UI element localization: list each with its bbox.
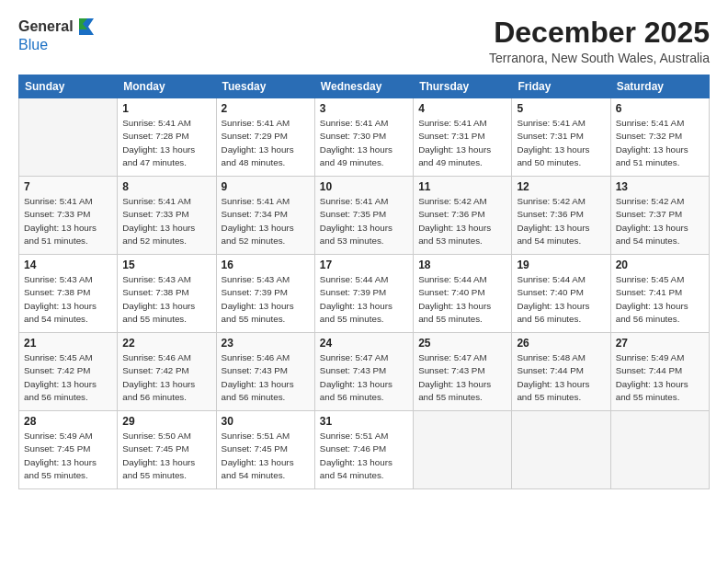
daylight-line2: and 48 minutes. [222, 156, 310, 169]
daylight-line2: and 50 minutes. [517, 156, 605, 169]
day-info: Sunrise: 5:41 AMSunset: 7:33 PMDaylight:… [122, 195, 210, 247]
sunrise-text: Sunrise: 5:45 AM [24, 351, 112, 364]
sunset-text: Sunset: 7:45 PM [222, 442, 310, 455]
sunrise-text: Sunrise: 5:43 AM [24, 273, 112, 286]
day-info: Sunrise: 5:45 AMSunset: 7:42 PMDaylight:… [24, 351, 112, 404]
day-number: 7 [24, 180, 112, 193]
daylight-line2: and 56 minutes. [222, 391, 310, 404]
daylight-line2: and 56 minutes. [616, 313, 704, 326]
day-number: 4 [418, 102, 506, 115]
daylight-line1: Daylight: 13 hours [222, 456, 310, 469]
sunrise-text: Sunrise: 5:44 AM [320, 273, 408, 286]
day-info: Sunrise: 5:41 AMSunset: 7:29 PMDaylight:… [222, 117, 310, 169]
daylight-line1: Daylight: 13 hours [122, 300, 210, 313]
daylight-line2: and 54 minutes. [616, 235, 704, 247]
day-number: 3 [320, 102, 408, 115]
sunrise-text: Sunrise: 5:41 AM [517, 117, 605, 130]
calendar-cell: 11Sunrise: 5:42 AMSunset: 7:36 PMDayligh… [414, 177, 512, 255]
day-info: Sunrise: 5:49 AMSunset: 7:44 PMDaylight:… [616, 351, 704, 404]
sunrise-text: Sunrise: 5:41 AM [122, 195, 210, 208]
calendar-cell: 25Sunrise: 5:47 AMSunset: 7:43 PMDayligh… [414, 333, 512, 411]
calendar-cell: 13Sunrise: 5:42 AMSunset: 7:37 PMDayligh… [610, 177, 709, 255]
day-info: Sunrise: 5:44 AMSunset: 7:39 PMDaylight:… [320, 273, 408, 326]
daylight-line1: Daylight: 13 hours [320, 456, 408, 469]
daylight-line2: and 56 minutes. [122, 391, 210, 404]
sunset-text: Sunset: 7:43 PM [320, 364, 408, 377]
daylight-line1: Daylight: 13 hours [517, 222, 605, 235]
calendar-cell: 9Sunrise: 5:41 AMSunset: 7:34 PMDaylight… [216, 177, 314, 255]
sunset-text: Sunset: 7:29 PM [222, 130, 310, 143]
column-header-wednesday: Wednesday [314, 75, 413, 98]
sunset-text: Sunset: 7:31 PM [517, 130, 605, 143]
day-number: 18 [418, 259, 506, 271]
column-header-tuesday: Tuesday [216, 75, 314, 98]
calendar-week-row: 28Sunrise: 5:49 AMSunset: 7:45 PMDayligh… [19, 411, 710, 489]
calendar-cell: 16Sunrise: 5:43 AMSunset: 7:39 PMDayligh… [216, 255, 314, 333]
day-info: Sunrise: 5:44 AMSunset: 7:40 PMDaylight:… [418, 273, 506, 326]
calendar-cell: 30Sunrise: 5:51 AMSunset: 7:45 PMDayligh… [216, 411, 314, 489]
sunrise-text: Sunrise: 5:42 AM [517, 195, 605, 208]
day-info: Sunrise: 5:41 AMSunset: 7:33 PMDaylight:… [24, 195, 112, 247]
day-info: Sunrise: 5:42 AMSunset: 7:37 PMDaylight:… [616, 195, 704, 247]
daylight-line1: Daylight: 13 hours [222, 144, 310, 156]
daylight-line1: Daylight: 13 hours [24, 222, 112, 235]
daylight-line1: Daylight: 13 hours [616, 222, 704, 235]
daylight-line2: and 56 minutes. [24, 391, 112, 404]
day-number: 23 [222, 337, 310, 350]
day-info: Sunrise: 5:47 AMSunset: 7:43 PMDaylight:… [418, 351, 506, 404]
daylight-line1: Daylight: 13 hours [222, 222, 310, 235]
sunset-text: Sunset: 7:44 PM [616, 364, 704, 377]
sunset-text: Sunset: 7:36 PM [418, 208, 506, 221]
logo-blue-text: Blue [18, 37, 48, 52]
daylight-line2: and 52 minutes. [222, 235, 310, 247]
day-number: 17 [320, 259, 408, 271]
calendar-cell: 4Sunrise: 5:41 AMSunset: 7:31 PMDaylight… [414, 98, 512, 177]
calendar-table: SundayMondayTuesdayWednesdayThursdayFrid… [18, 75, 710, 489]
calendar-cell: 23Sunrise: 5:46 AMSunset: 7:43 PMDayligh… [216, 333, 314, 411]
sunrise-text: Sunrise: 5:47 AM [320, 351, 408, 364]
sunrise-text: Sunrise: 5:42 AM [418, 195, 506, 208]
daylight-line1: Daylight: 13 hours [320, 300, 408, 313]
day-number: 15 [122, 259, 210, 271]
sunset-text: Sunset: 7:40 PM [517, 286, 605, 299]
calendar-cell: 3Sunrise: 5:41 AMSunset: 7:30 PMDaylight… [314, 98, 413, 177]
sunset-text: Sunset: 7:38 PM [24, 286, 112, 299]
day-number: 27 [616, 337, 704, 350]
day-info: Sunrise: 5:46 AMSunset: 7:42 PMDaylight:… [122, 351, 210, 404]
sunset-text: Sunset: 7:30 PM [320, 130, 408, 143]
daylight-line2: and 54 minutes. [24, 313, 112, 326]
day-info: Sunrise: 5:41 AMSunset: 7:31 PMDaylight:… [418, 117, 506, 169]
sunrise-text: Sunrise: 5:46 AM [222, 351, 310, 364]
calendar-cell: 24Sunrise: 5:47 AMSunset: 7:43 PMDayligh… [314, 333, 413, 411]
daylight-line2: and 53 minutes. [320, 235, 408, 247]
sunset-text: Sunset: 7:37 PM [616, 208, 704, 221]
daylight-line2: and 55 minutes. [320, 313, 408, 326]
day-number: 5 [517, 102, 605, 115]
daylight-line2: and 56 minutes. [517, 313, 605, 326]
sunrise-text: Sunrise: 5:41 AM [222, 195, 310, 208]
daylight-line1: Daylight: 13 hours [418, 144, 506, 156]
day-number: 10 [320, 180, 408, 193]
logo: General Blue [18, 17, 96, 53]
location: Terranora, New South Wales, Australia [489, 51, 710, 65]
day-info: Sunrise: 5:41 AMSunset: 7:30 PMDaylight:… [320, 117, 408, 169]
sunrise-text: Sunrise: 5:45 AM [616, 273, 704, 286]
daylight-line1: Daylight: 13 hours [122, 456, 210, 469]
day-number: 26 [517, 337, 605, 350]
sunset-text: Sunset: 7:34 PM [222, 208, 310, 221]
calendar-week-row: 14Sunrise: 5:43 AMSunset: 7:38 PMDayligh… [19, 255, 710, 333]
logo-general-text: General [18, 18, 74, 35]
sunset-text: Sunset: 7:42 PM [122, 364, 210, 377]
day-info: Sunrise: 5:51 AMSunset: 7:45 PMDaylight:… [222, 430, 310, 482]
day-info: Sunrise: 5:42 AMSunset: 7:36 PMDaylight:… [418, 195, 506, 247]
daylight-line2: and 54 minutes. [320, 469, 408, 482]
daylight-line2: and 55 minutes. [517, 391, 605, 404]
day-info: Sunrise: 5:43 AMSunset: 7:38 PMDaylight:… [24, 273, 112, 326]
sunrise-text: Sunrise: 5:51 AM [320, 430, 408, 442]
daylight-line1: Daylight: 13 hours [122, 144, 210, 156]
sunrise-text: Sunrise: 5:44 AM [418, 273, 506, 286]
calendar-cell: 26Sunrise: 5:48 AMSunset: 7:44 PMDayligh… [512, 333, 610, 411]
header: General Blue December 2025 Terranora, Ne… [18, 17, 710, 65]
daylight-line1: Daylight: 13 hours [320, 144, 408, 156]
column-header-friday: Friday [512, 75, 610, 98]
